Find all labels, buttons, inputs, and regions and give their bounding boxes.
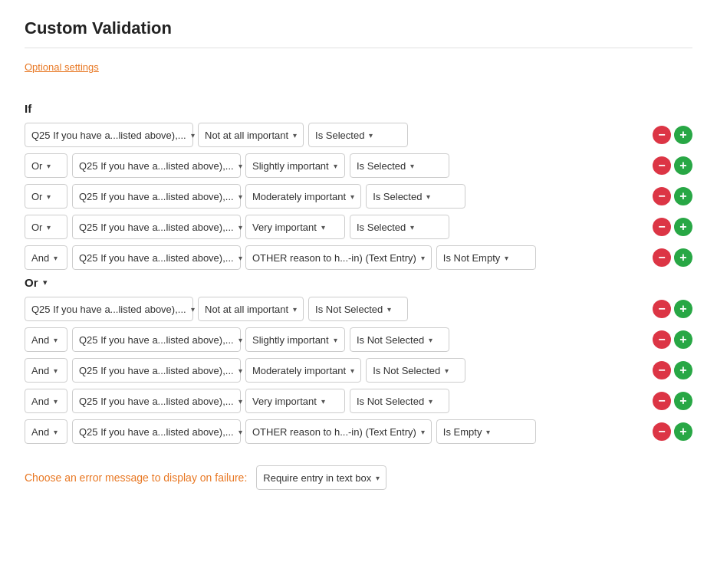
or-status-0[interactable]: Is Not Selected▾ <box>308 297 408 321</box>
if-add-button-4[interactable]: + <box>674 248 692 267</box>
if-question-0[interactable]: Q25 If you have a...listed above),...▾ <box>25 123 193 147</box>
error-message-row: Choose an error message to display on fa… <box>25 465 692 490</box>
if-question-3[interactable]: Q25 If you have a...listed above),...▾ <box>72 215 241 239</box>
or-actions-4: −+ <box>653 422 692 441</box>
or-question-4[interactable]: Q25 If you have a...listed above),...▾ <box>72 419 241 444</box>
or-section: Q25 If you have a...listed above),...▾No… <box>25 297 692 444</box>
or-status-4[interactable]: Is Empty▾ <box>436 419 536 444</box>
or-add-button-4[interactable]: + <box>674 422 692 441</box>
if-remove-button-0[interactable]: − <box>653 126 671 144</box>
connector-chevron-icon: ▾ <box>47 223 51 232</box>
status-chevron-icon: ▾ <box>445 366 449 375</box>
optional-settings-link[interactable]: Optional settings <box>25 61 99 73</box>
connector-chevron-icon: ▾ <box>54 397 58 406</box>
if-importance-0[interactable]: Not at all important▾ <box>198 123 304 147</box>
question-chevron-icon: ▾ <box>238 336 242 344</box>
or-importance-3[interactable]: Very important▾ <box>245 389 345 413</box>
if-actions-0: −+ <box>653 126 692 144</box>
or-connector-4[interactable]: And▾ <box>25 419 67 444</box>
or-question-2[interactable]: Q25 If you have a...listed above),...▾ <box>72 358 241 383</box>
if-importance-2[interactable]: Moderately important▾ <box>245 184 361 209</box>
page-title: Custom Validation <box>25 18 692 38</box>
if-importance-3[interactable]: Very important▾ <box>245 215 345 239</box>
if-connector-2[interactable]: Or▾ <box>25 184 67 209</box>
importance-chevron-icon: ▾ <box>321 397 325 406</box>
importance-chevron-icon: ▾ <box>334 336 337 344</box>
or-text-entry-4[interactable]: OTHER reason to h...-in) (Text Entry)▾ <box>245 419 432 444</box>
if-status-4[interactable]: Is Not Empty▾ <box>436 245 536 270</box>
if-text-entry-4[interactable]: OTHER reason to h...-in) (Text Entry)▾ <box>245 245 432 270</box>
status-chevron-icon: ▾ <box>486 428 490 436</box>
or-importance-2[interactable]: Moderately important▾ <box>245 358 361 383</box>
or-question-1[interactable]: Q25 If you have a...listed above),...▾ <box>72 327 241 352</box>
connector-chevron-icon: ▾ <box>54 428 58 436</box>
or-remove-button-1[interactable]: − <box>653 330 671 349</box>
if-connector-4[interactable]: And▾ <box>25 245 67 270</box>
if-row-3: Or▾Q25 If you have a...listed above),...… <box>25 215 692 239</box>
if-question-2[interactable]: Q25 If you have a...listed above),...▾ <box>72 184 241 209</box>
or-add-button-3[interactable]: + <box>674 392 692 410</box>
if-remove-button-1[interactable]: − <box>653 156 671 175</box>
if-status-3[interactable]: Is Selected▾ <box>350 215 449 239</box>
or-remove-button-2[interactable]: − <box>653 361 671 379</box>
if-row-2: Or▾Q25 If you have a...listed above),...… <box>25 184 692 209</box>
or-actions-2: −+ <box>653 361 692 379</box>
or-question-0[interactable]: Q25 If you have a...listed above),...▾ <box>25 297 193 321</box>
question-chevron-icon: ▾ <box>238 254 242 262</box>
status-chevron-icon: ▾ <box>426 192 430 201</box>
if-add-button-1[interactable]: + <box>674 156 692 175</box>
or-connector-1[interactable]: And▾ <box>25 327 67 352</box>
or-importance-1[interactable]: Slightly important▾ <box>245 327 345 352</box>
connector-chevron-icon: ▾ <box>47 192 51 201</box>
if-add-button-3[interactable]: + <box>674 218 692 236</box>
or-status-1[interactable]: Is Not Selected▾ <box>350 327 449 352</box>
or-status-2[interactable]: Is Not Selected▾ <box>366 358 465 383</box>
status-chevron-icon: ▾ <box>429 397 433 406</box>
or-status-3[interactable]: Is Not Selected▾ <box>350 389 449 413</box>
status-chevron-icon: ▾ <box>369 131 373 140</box>
if-add-button-0[interactable]: + <box>674 126 692 144</box>
if-section: Q25 If you have a...listed above),...▾No… <box>25 123 692 270</box>
if-question-4[interactable]: Q25 If you have a...listed above),...▾ <box>72 245 241 270</box>
status-chevron-icon: ▾ <box>410 223 414 232</box>
question-chevron-icon: ▾ <box>238 397 242 406</box>
question-chevron-icon: ▾ <box>191 131 195 140</box>
if-status-1[interactable]: Is Selected▾ <box>350 153 449 178</box>
or-remove-button-3[interactable]: − <box>653 392 671 410</box>
or-add-button-0[interactable]: + <box>674 300 692 318</box>
connector-chevron-icon: ▾ <box>54 336 58 344</box>
error-message-dropdown[interactable]: Require entry in text box ▾ <box>256 465 386 490</box>
if-remove-button-4[interactable]: − <box>653 248 671 267</box>
if-row-4: And▾Q25 If you have a...listed above),..… <box>25 245 692 270</box>
if-remove-button-2[interactable]: − <box>653 187 671 205</box>
or-add-button-2[interactable]: + <box>674 361 692 379</box>
or-row-1: And▾Q25 If you have a...listed above),..… <box>25 327 692 352</box>
if-row-1: Or▾Q25 If you have a...listed above),...… <box>25 153 692 178</box>
if-add-button-2[interactable]: + <box>674 187 692 205</box>
or-actions-1: −+ <box>653 330 692 349</box>
or-chevron-icon[interactable]: ▾ <box>43 278 48 287</box>
importance-chevron-icon: ▾ <box>293 131 297 140</box>
error-message-chevron-icon: ▾ <box>376 474 380 482</box>
if-connector-1[interactable]: Or▾ <box>25 153 67 178</box>
importance-chevron-icon: ▾ <box>334 162 337 170</box>
or-question-3[interactable]: Q25 If you have a...listed above),...▾ <box>72 389 241 413</box>
if-importance-1[interactable]: Slightly important▾ <box>245 153 345 178</box>
if-actions-3: −+ <box>653 218 692 236</box>
if-connector-3[interactable]: Or▾ <box>25 215 67 239</box>
or-importance-0[interactable]: Not at all important▾ <box>198 297 304 321</box>
if-status-2[interactable]: Is Selected▾ <box>366 184 465 209</box>
if-remove-button-3[interactable]: − <box>653 218 671 236</box>
or-remove-button-4[interactable]: − <box>653 422 671 441</box>
or-connector-3[interactable]: And▾ <box>25 389 67 413</box>
or-add-button-1[interactable]: + <box>674 330 692 349</box>
if-question-1[interactable]: Q25 If you have a...listed above),...▾ <box>72 153 241 178</box>
question-chevron-icon: ▾ <box>191 305 195 314</box>
or-remove-button-0[interactable]: − <box>653 300 671 318</box>
connector-chevron-icon: ▾ <box>54 366 58 375</box>
if-status-0[interactable]: Is Selected▾ <box>308 123 408 147</box>
question-chevron-icon: ▾ <box>238 366 242 375</box>
status-chevron-icon: ▾ <box>505 254 508 262</box>
error-message-value: Require entry in text box <box>263 472 371 484</box>
or-connector-2[interactable]: And▾ <box>25 358 67 383</box>
